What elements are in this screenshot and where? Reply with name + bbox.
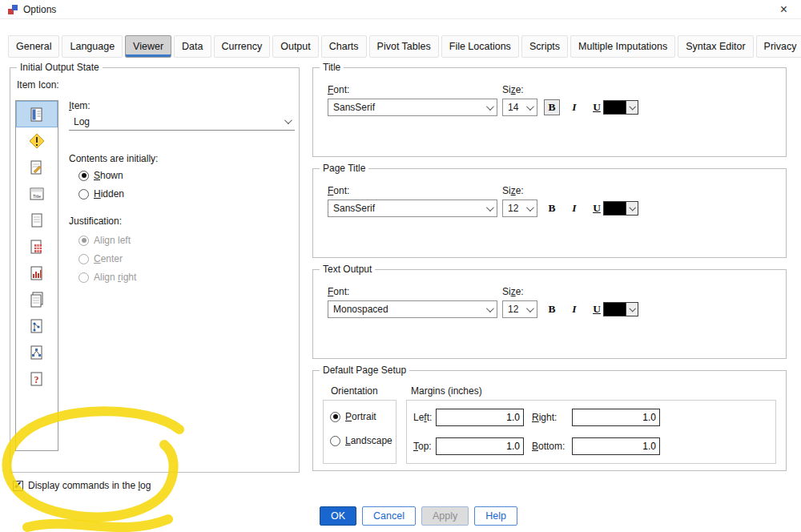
text-output-group: Text Output Font: Monospaced Size: 12 B … (312, 269, 787, 359)
item-icon-model[interactable] (16, 339, 58, 365)
size-label: Size: (502, 84, 524, 95)
font-label: Font: (328, 286, 349, 297)
chevron-down-icon (526, 304, 534, 312)
radio-landscape[interactable]: Landscape (330, 435, 392, 446)
color-swatch (604, 101, 626, 114)
radio-button-icon (78, 272, 89, 283)
item-icon-bar-chart[interactable] (16, 260, 58, 286)
page-title-size-dropdown[interactable]: 12 (502, 200, 537, 217)
text-output-font-dropdown[interactable]: Monospaced (328, 300, 497, 318)
underline-button[interactable]: U (589, 200, 605, 216)
margin-top-label: Top: (413, 441, 432, 452)
chevron-down-icon (526, 103, 534, 111)
italic-button[interactable]: I (566, 301, 582, 317)
tab-data[interactable]: Data (174, 35, 211, 58)
tab-pivot-tables[interactable]: Pivot Tables (369, 35, 439, 58)
margin-right-input[interactable] (572, 409, 660, 426)
close-icon[interactable]: × (774, 1, 794, 18)
apply-button: Apply (421, 506, 469, 526)
tab-output[interactable]: Output (272, 35, 319, 58)
item-dropdown[interactable]: Log (69, 113, 295, 131)
item-icon-label: Item Icon: (17, 79, 59, 91)
radio-align-left-label: Align left (94, 235, 131, 246)
ok-button[interactable]: OK (320, 506, 356, 526)
size-label: Size: (502, 185, 524, 196)
item-icon-tree[interactable] (16, 312, 58, 339)
bold-button[interactable]: B (544, 301, 560, 317)
font-label: Font: (328, 84, 349, 95)
item-icon-notes[interactable] (16, 286, 58, 312)
bold-button[interactable]: B (544, 99, 560, 115)
text-output-font-value: Monospaced (333, 304, 388, 315)
tab-general[interactable]: General (8, 35, 59, 58)
radio-shown[interactable]: Shown (78, 170, 123, 181)
tab-file-locations[interactable]: File Locations (441, 35, 519, 58)
margin-bottom-label: Bottom: (532, 441, 565, 452)
bar-chart-icon (28, 264, 46, 282)
group-title: Page Title (320, 163, 368, 174)
cancel-button[interactable]: Cancel (362, 506, 416, 526)
item-icon-warning[interactable] (16, 127, 58, 154)
title-font-dropdown[interactable]: SansSerif (328, 99, 497, 116)
radio-hidden[interactable]: Hidden (78, 188, 124, 200)
title-group: Title Font: SansSerif Size: 14 B I U (312, 67, 787, 157)
app-icon (7, 4, 18, 15)
chevron-down-icon (526, 204, 534, 212)
chevron-down-icon (629, 103, 635, 110)
underline-button[interactable]: U (589, 301, 605, 317)
tab-charts[interactable]: Charts (321, 35, 367, 58)
title-size-dropdown[interactable]: 14 (502, 99, 537, 116)
svg-text:?: ? (34, 374, 39, 385)
item-icon-page[interactable] (16, 207, 58, 233)
radio-align-right: Align right (78, 272, 136, 283)
page-title-color-picker[interactable] (603, 201, 638, 216)
warning-icon (28, 132, 46, 150)
tab-currency[interactable]: Currency (214, 35, 271, 58)
color-swatch (604, 303, 626, 316)
item-icon-calculator[interactable] (16, 233, 58, 260)
radio-align-left: Align left (78, 235, 131, 246)
margin-top-input[interactable] (436, 437, 524, 455)
margin-bottom-input[interactable] (572, 437, 660, 455)
item-icon-note[interactable] (16, 154, 58, 180)
item-icon-log[interactable] (16, 101, 58, 127)
calculator-icon (28, 238, 46, 256)
italic-button[interactable]: I (566, 200, 582, 216)
page-icon (28, 212, 46, 229)
note-icon (28, 159, 46, 176)
tab-privacy[interactable]: Privacy (756, 35, 801, 58)
text-output-size-dropdown[interactable]: 12 (502, 300, 537, 318)
tab-language[interactable]: Language (62, 35, 123, 58)
radio-align-right-label: Align right (94, 272, 136, 283)
radio-hidden-label: Hidden (94, 188, 124, 200)
tab-syntax-editor[interactable]: Syntax Editor (678, 35, 753, 58)
item-icon-title[interactable]: Title (16, 180, 58, 207)
tab-multiple-imputations[interactable]: Multiple Imputations (570, 35, 675, 58)
underline-button[interactable]: U (589, 99, 605, 115)
radio-portrait-label: Portrait (345, 411, 376, 422)
item-icon-help[interactable]: ? (16, 365, 58, 392)
italic-button[interactable]: I (566, 99, 582, 115)
orientation-label: Orientation (331, 385, 378, 397)
contents-label: Contents are initially: (69, 153, 158, 164)
help-icon: ? (28, 370, 46, 388)
help-button[interactable]: Help (474, 506, 517, 526)
page-title-font-dropdown[interactable]: SansSerif (328, 200, 497, 217)
tab-viewer[interactable]: Viewer (125, 35, 171, 58)
tab-scripts[interactable]: Scripts (521, 35, 568, 58)
title-size-value: 14 (508, 102, 518, 113)
chevron-down-icon (486, 204, 494, 212)
margin-left-input[interactable] (436, 409, 524, 426)
color-dropdown-arrow (626, 303, 638, 316)
text-output-size-value: 12 (508, 304, 518, 315)
bold-button[interactable]: B (544, 200, 560, 216)
item-icon-list: Title ? (15, 100, 58, 451)
radio-button-icon (330, 412, 340, 422)
display-commands-checkbox[interactable]: Display commands in the log (13, 480, 151, 491)
page-title-font-value: SansSerif (333, 203, 375, 214)
title-color-picker[interactable] (603, 100, 638, 115)
tree-icon (28, 317, 46, 335)
text-output-color-picker[interactable] (603, 302, 638, 316)
radio-center: Center (78, 253, 123, 264)
radio-portrait[interactable]: Portrait (330, 411, 376, 422)
